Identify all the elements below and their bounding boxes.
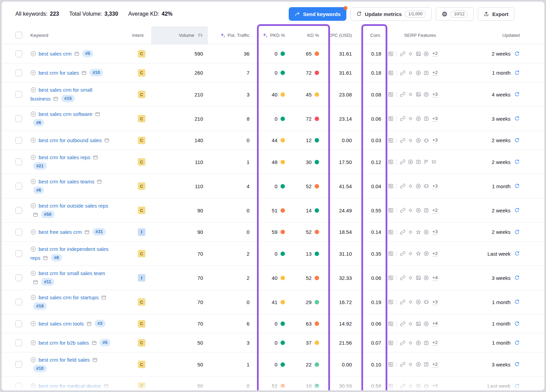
sort-icon[interactable]	[198, 32, 203, 38]
keyword-link[interactable]: best crm for sales	[39, 70, 79, 76]
row-checkbox[interactable]	[15, 91, 22, 98]
row-checkbox[interactable]	[15, 361, 22, 368]
send-keywords-button[interactable]: Send keywords	[289, 7, 346, 21]
plus-icon[interactable]	[30, 246, 36, 252]
snapshot-icon[interactable]	[81, 70, 87, 76]
serp-more-features[interactable]: +3	[432, 116, 437, 122]
serp-more-features[interactable]: +2	[432, 208, 437, 213]
refresh-icon[interactable]	[514, 159, 520, 165]
refresh-icon[interactable]	[514, 340, 520, 346]
keyword-link[interactable]: best sales crm	[39, 51, 72, 57]
row-checkbox[interactable]	[15, 320, 22, 327]
header-volume[interactable]: Volume	[151, 26, 208, 44]
keyword-link[interactable]: best crm for b2b sales	[39, 340, 89, 346]
serp-more-features[interactable]: +2	[432, 51, 437, 57]
keyword-link[interactable]: best sales crm software	[39, 111, 92, 117]
snapshot-icon[interactable]	[86, 321, 92, 327]
row-checkbox[interactable]	[15, 207, 22, 214]
columns-settings-button[interactable]: ⚙ 10/12	[436, 7, 474, 21]
keyword-link[interactable]: best crm for sales teams	[39, 179, 94, 184]
keyword-link[interactable]: best sales crm for startups	[39, 295, 99, 300]
snapshot-icon[interactable]	[92, 357, 98, 363]
select-all-checkbox[interactable]	[15, 32, 22, 39]
serp-more-features[interactable]: +3	[432, 383, 437, 389]
plus-icon[interactable]	[30, 111, 36, 117]
snapshot-icon[interactable]	[103, 383, 109, 389]
keyword-link[interactable]: best crm for sales reps	[39, 154, 90, 160]
update-metrics-button[interactable]: Update metrics 1/1,000	[350, 7, 432, 21]
row-checkbox[interactable]	[15, 229, 22, 236]
keyword-link[interactable]: best sales crm tools	[39, 321, 84, 327]
row-checkbox[interactable]	[15, 70, 22, 76]
snapshot-icon[interactable]	[74, 51, 80, 57]
keyword-link[interactable]: best crm for independent sales reps	[30, 246, 109, 261]
plus-icon[interactable]	[30, 70, 36, 76]
refresh-icon[interactable]	[514, 183, 520, 189]
snapshot-icon[interactable]	[33, 212, 38, 217]
plus-icon[interactable]	[30, 321, 36, 327]
row-checkbox[interactable]	[15, 115, 22, 122]
refresh-icon[interactable]	[514, 299, 520, 305]
row-checkbox[interactable]	[15, 299, 22, 305]
serp-more-features[interactable]: +3	[432, 183, 437, 189]
plus-icon[interactable]	[30, 87, 36, 93]
refresh-icon[interactable]	[514, 275, 520, 281]
row-checkbox[interactable]	[15, 159, 22, 165]
plus-icon[interactable]	[30, 229, 36, 235]
snapshot-icon[interactable]	[91, 340, 97, 346]
serp-more-features[interactable]: +4	[432, 275, 437, 281]
snapshot-icon[interactable]	[97, 179, 102, 184]
snapshot-icon[interactable]	[93, 155, 98, 160]
refresh-icon[interactable]	[514, 138, 520, 143]
plus-icon[interactable]	[30, 154, 36, 160]
snapshot-icon[interactable]	[104, 138, 110, 143]
serp-more-features[interactable]: +3	[432, 92, 437, 97]
keyword-link[interactable]: best crm for outside sales reps	[39, 203, 108, 209]
serp-more-features[interactable]: +2	[432, 362, 437, 367]
keyword-link[interactable]: best crm for medical device	[39, 383, 101, 389]
row-checkbox[interactable]	[15, 250, 22, 257]
refresh-icon[interactable]	[514, 251, 520, 256]
export-button[interactable]: Export	[478, 7, 514, 21]
refresh-icon[interactable]	[514, 383, 520, 389]
snapshot-icon[interactable]	[53, 96, 58, 102]
plus-icon[interactable]	[30, 137, 36, 143]
keyword-link[interactable]: best free sales crm	[39, 229, 82, 235]
snapshot-icon[interactable]	[84, 229, 90, 235]
plus-icon[interactable]	[30, 357, 36, 363]
refresh-icon[interactable]	[514, 321, 520, 327]
refresh-icon[interactable]	[514, 92, 520, 97]
refresh-icon[interactable]	[514, 229, 520, 235]
plus-icon[interactable]	[30, 203, 36, 209]
snapshot-icon[interactable]	[33, 280, 38, 285]
serp-more-features[interactable]: +2	[432, 70, 437, 76]
refresh-icon[interactable]	[514, 362, 520, 367]
row-checkbox[interactable]	[15, 50, 22, 57]
serp-more-features[interactable]: +2	[432, 340, 437, 346]
refresh-icon[interactable]	[514, 116, 520, 121]
serp-more-features[interactable]: +2	[432, 251, 437, 257]
row-checkbox[interactable]	[15, 340, 22, 346]
row-checkbox[interactable]	[15, 274, 22, 281]
plus-icon[interactable]	[30, 51, 36, 57]
plus-icon[interactable]	[30, 270, 36, 276]
serp-more-features[interactable]: +3	[432, 137, 437, 143]
serp-more-features[interactable]: +3	[432, 229, 437, 235]
row-checkbox[interactable]	[15, 383, 22, 390]
snapshot-icon[interactable]	[101, 295, 106, 300]
refresh-icon[interactable]	[514, 51, 520, 57]
serp-more-features[interactable]: +4	[432, 321, 437, 327]
plus-icon[interactable]	[30, 295, 36, 300]
plus-icon[interactable]	[30, 179, 36, 184]
row-checkbox[interactable]	[15, 137, 22, 144]
snapshot-icon[interactable]	[43, 255, 48, 261]
refresh-icon[interactable]	[514, 70, 520, 76]
keyword-link[interactable]: best crm for outbound sales	[39, 137, 102, 143]
plus-icon[interactable]	[30, 383, 36, 389]
row-checkbox[interactable]	[15, 183, 22, 190]
refresh-icon[interactable]	[514, 208, 520, 213]
serp-more-features[interactable]: +3	[432, 299, 437, 305]
plus-icon[interactable]	[30, 340, 36, 346]
keyword-link[interactable]: best crm for small sales team	[39, 270, 105, 276]
snapshot-icon[interactable]	[95, 111, 100, 117]
